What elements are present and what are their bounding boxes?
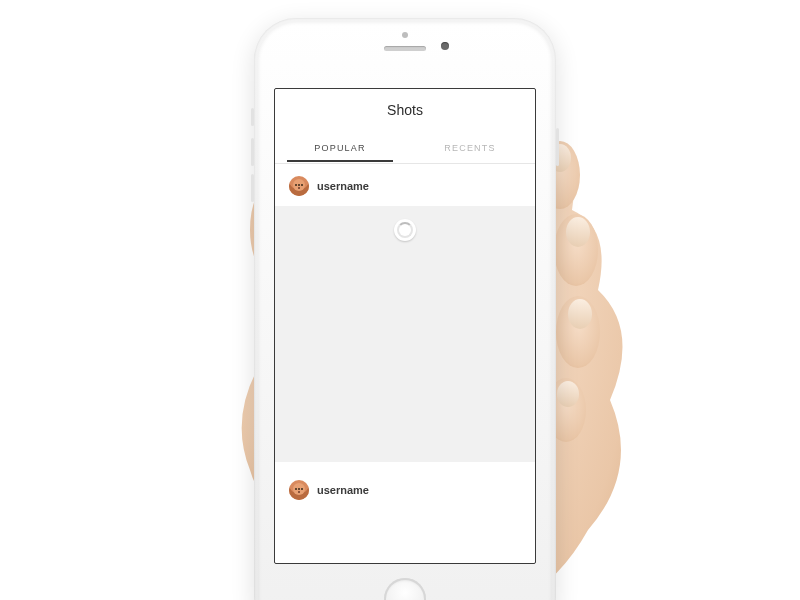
proximity-sensor-icon xyxy=(402,32,408,38)
tab-label: RECENTS xyxy=(444,143,495,153)
phone-body: Shots POPULAR RECENTS username xyxy=(258,22,552,600)
username-label[interactable]: username xyxy=(317,180,369,192)
list-item[interactable]: username xyxy=(275,164,535,462)
front-camera-icon xyxy=(441,42,449,50)
avatar[interactable] xyxy=(289,176,309,196)
list-item[interactable]: username xyxy=(275,462,535,510)
post-header: username xyxy=(275,164,535,206)
tab-bar: POPULAR RECENTS xyxy=(275,131,535,164)
volume-up-button xyxy=(251,138,254,166)
avatar[interactable] xyxy=(289,480,309,500)
tab-label: POPULAR xyxy=(314,143,365,153)
iphone-device: Shots POPULAR RECENTS username xyxy=(254,18,556,600)
feed[interactable]: username username xyxy=(275,164,535,510)
tab-recents[interactable]: RECENTS xyxy=(405,134,535,161)
post-header: username xyxy=(275,462,535,510)
mute-switch xyxy=(251,108,254,126)
svg-point-7 xyxy=(557,381,579,407)
home-button[interactable] xyxy=(384,578,426,600)
power-button xyxy=(556,128,559,166)
post-image-placeholder[interactable] xyxy=(275,206,535,462)
loading-indicator xyxy=(394,219,416,241)
volume-down-button xyxy=(251,174,254,202)
svg-point-4 xyxy=(556,296,600,368)
svg-point-2 xyxy=(554,214,598,286)
username-label[interactable]: username xyxy=(317,484,369,496)
earpiece-icon xyxy=(384,46,426,51)
tab-popular[interactable]: POPULAR xyxy=(275,134,405,161)
app-screen: Shots POPULAR RECENTS username xyxy=(274,88,536,564)
svg-point-3 xyxy=(566,217,590,247)
spinner-icon xyxy=(397,222,413,238)
svg-point-5 xyxy=(568,299,592,329)
page-title: Shots xyxy=(275,89,535,131)
